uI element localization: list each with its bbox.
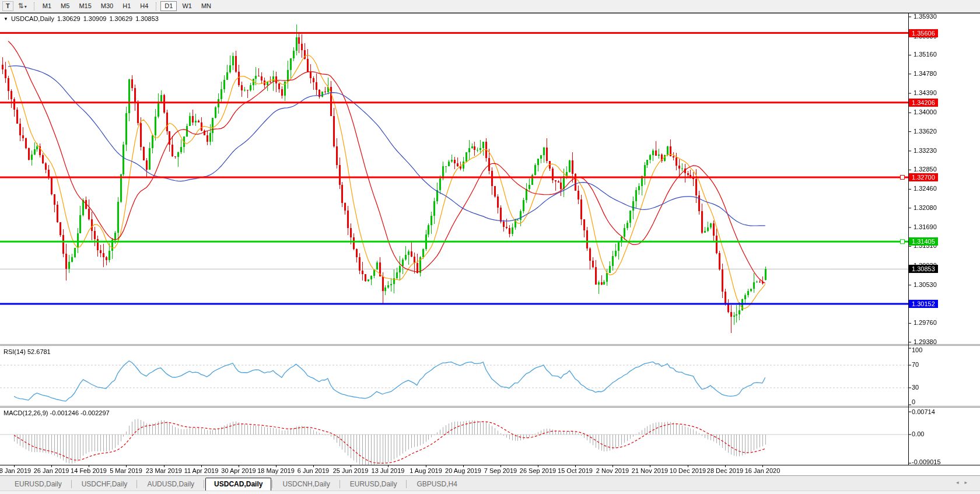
timeframe-button-m5[interactable]: M5: [57, 1, 74, 11]
date-label: 15 Oct 2019: [558, 467, 593, 474]
date-label: 26 Jan 2019: [34, 467, 69, 474]
price-tick-label: 1.33620: [914, 128, 937, 135]
date-label: 5 Mar 2019: [110, 467, 142, 474]
price-tick-label: 1.31690: [914, 223, 937, 230]
chart-tab-usdcad-daily[interactable]: USDCAD,Daily: [205, 478, 271, 491]
price-tick-label: 1.32080: [914, 204, 937, 211]
date-label: 10 Dec 2019: [670, 467, 706, 474]
tab-divider: [272, 480, 273, 488]
chart-tab-gbpusd-h4[interactable]: GBPUSD,H4: [408, 478, 466, 491]
timeframe-button-mn[interactable]: MN: [197, 1, 215, 11]
macd-indicator-label: MACD(12,26,9) -0.001246 -0.002297: [4, 409, 110, 416]
swap-arrows-icon: ⇅: [18, 2, 24, 10]
collapse-triangle-icon[interactable]: ▼: [4, 16, 8, 22]
price-tick-label: 1.29380: [914, 338, 937, 345]
text-tool-button[interactable]: T: [2, 1, 13, 11]
tab-divider: [406, 480, 407, 488]
date-label: 23 Mar 2019: [146, 467, 182, 474]
price-tick-label: 1.32850: [914, 166, 937, 173]
rsi-current-value: 52.6781: [27, 348, 51, 355]
macd-scale-label: -0.009015: [912, 458, 941, 465]
price-tick-label: 1.34780: [914, 70, 937, 77]
date-label: 26 Sep 2019: [520, 467, 556, 474]
macd-signal-value: -0.002297: [80, 409, 110, 416]
chart-tab-eurusd-daily[interactable]: EURUSD,Daily: [6, 478, 71, 491]
date-label: 21 Nov 2019: [632, 467, 668, 474]
price-chart-canvas[interactable]: [0, 13, 980, 475]
price-tag: 1.35606: [909, 29, 938, 37]
price-tick-label: 1.30530: [914, 281, 937, 288]
date-label: 11 Apr 2019: [184, 467, 219, 474]
timeframe-button-m1[interactable]: M1: [38, 1, 55, 11]
timeframe-buttons: M1M5M15M30H1H4D1W1MN: [38, 1, 216, 11]
price-tag: 1.32700: [909, 173, 938, 181]
symbol-title: USDCAD,Daily: [11, 15, 54, 22]
rsi-indicator-label: RSI(14) 52.6781: [4, 348, 51, 355]
date-label: 30 Apr 2019: [221, 467, 256, 474]
price-tag: 1.30853: [909, 265, 938, 273]
rsi-scale-label: 100: [912, 346, 922, 353]
timeframe-button-m30[interactable]: M30: [97, 1, 117, 11]
price-tick-label: 1.35160: [914, 51, 937, 58]
price-tick-label: 1.35930: [914, 13, 937, 20]
date-label: 25 Jun 2019: [333, 467, 369, 474]
toolbar-separator: [156, 2, 157, 10]
ohlc-open: 1.30629: [57, 15, 80, 22]
date-label: 1 Aug 2019: [410, 467, 442, 474]
price-tick-label: 1.32460: [914, 185, 937, 192]
price-tag: 1.31405: [909, 237, 938, 246]
macd-main-value: -0.001246: [50, 409, 79, 416]
macd-name: MACD(12,26,9): [4, 409, 48, 416]
rsi-scale-label: 70: [912, 361, 919, 368]
tab-divider: [136, 480, 138, 488]
ohlc-low: 1.30629: [109, 15, 132, 22]
date-label: 13 Jul 2019: [372, 467, 405, 474]
date-label: 18 May 2019: [257, 467, 295, 474]
price-tick-label: 1.34000: [914, 108, 937, 115]
tab-scroll-right-icon[interactable]: ▸: [964, 479, 973, 485]
ohlc-high: 1.30909: [83, 15, 107, 22]
status-strip: [0, 491, 980, 494]
chart-tabbar: EURUSD,DailyUSDCHF,DailyAUDUSD,DailyUSDC…: [0, 475, 980, 491]
tab-divider: [204, 480, 205, 488]
date-label: 14 Feb 2019: [71, 467, 107, 474]
date-label: 16 Jan 2020: [745, 467, 780, 474]
chart-symbol-header: ▼ USDCAD,Daily 1.30629 1.30909 1.30629 1…: [4, 15, 159, 22]
top-toolbar: T ⇅▾ M1M5M15M30H1H4D1W1MN: [0, 0, 980, 13]
tab-scroll-left-icon[interactable]: ◂: [956, 479, 965, 485]
date-label: 8 Jan 2019: [0, 467, 31, 474]
timeframe-button-m15[interactable]: M15: [75, 1, 95, 11]
rsi-scale-label: 0: [912, 398, 915, 405]
price-tag: 1.30152: [909, 300, 938, 308]
timeframe-button-h1[interactable]: H1: [118, 1, 135, 11]
price-tick-label: 1.34390: [914, 89, 937, 96]
timeframe-button-w1[interactable]: W1: [178, 1, 196, 11]
arrange-windows-button[interactable]: ⇅▾: [15, 1, 30, 11]
rsi-name: RSI(14): [4, 348, 26, 355]
macd-scale-label: 0.00714: [912, 408, 935, 415]
ohlc-close: 1.30853: [135, 15, 159, 22]
chart-tab-eurusd-daily[interactable]: EURUSD,Daily: [341, 478, 406, 491]
rsi-scale-label: 30: [912, 384, 919, 391]
chart-tab-audusd-daily[interactable]: AUDUSD,Daily: [138, 478, 203, 491]
date-label: 6 Jun 2019: [298, 467, 329, 474]
date-label: 2 Nov 2019: [596, 467, 629, 474]
date-label: 20 Aug 2019: [445, 467, 481, 474]
toolbar-separator: [34, 2, 35, 10]
price-tick-label: 1.33230: [914, 147, 937, 154]
tab-divider: [71, 480, 72, 488]
chevron-down-icon: ▾: [24, 4, 27, 9]
chart-tab-usdcnh-daily[interactable]: USDCNH,Daily: [274, 478, 338, 491]
macd-scale-label: 0.00: [912, 430, 924, 437]
price-tick-label: 1.29760: [914, 319, 937, 326]
price-tag: 1.34206: [909, 99, 938, 107]
timeframe-button-d1[interactable]: D1: [160, 1, 177, 11]
date-label: 28 Dec 2019: [707, 467, 743, 474]
timeframe-button-h4[interactable]: H4: [136, 1, 152, 11]
tab-scroll-arrows: ◂▸: [956, 479, 973, 485]
tab-divider: [340, 480, 341, 488]
date-label: 7 Sep 2019: [484, 467, 517, 474]
chart-tab-usdchf-daily[interactable]: USDCHF,Daily: [73, 478, 136, 491]
